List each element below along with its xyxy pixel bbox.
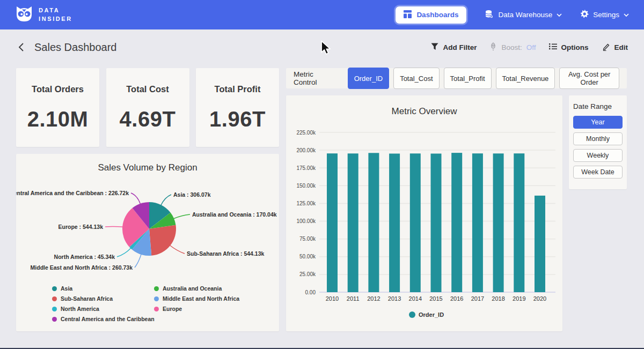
boost-rocket-icon [489,42,497,53]
metric-button-total-revenue[interactable]: Total_Revenue [496,68,555,89]
bar-chart: 225.00k200.00k175.00k150.00k125.00k100.0… [286,95,562,331]
metric-button-total-cost[interactable]: Total_Cost [393,68,439,89]
pie-slice-sub-saharan-africa[interactable] [149,225,176,256]
y-tick-label: 50.00k [299,254,316,259]
dashboards-button[interactable]: Dashboards [396,6,466,24]
x-tick-label: 2012 [367,295,380,302]
metric-control-label: Metric Control [294,70,336,86]
pie-chart-title: Sales Volume by Region [16,162,279,173]
date-range-button-year[interactable]: Year [573,116,623,129]
legend-label: Middle East and North Africa [163,295,239,302]
y-tick-label: 100.00k [296,218,316,224]
bar-2020[interactable] [535,196,545,292]
pie-leader-line-europe [105,227,123,227]
options-button[interactable]: Options [549,43,589,51]
legend-label: North America [61,306,99,312]
kpi-value: 1.96T [209,107,266,131]
bar-2015[interactable] [431,154,442,293]
options-list-icon [549,43,557,51]
brand-logo[interactable]: DATA INSIDER [15,5,72,25]
bar-2014[interactable] [410,153,421,292]
metric-button-total-profit[interactable]: Total_Profit [444,68,492,89]
bar-2011[interactable] [348,153,358,292]
y-tick-label: 25.00k [299,271,316,277]
y-tick-label: 125.00k [296,201,316,206]
pie-leader-line-middle-east-and-north-africa [135,254,141,268]
page-title: Sales Dashboard [34,41,116,54]
filter-funnel-icon [431,43,438,52]
date-range-button-monthly[interactable]: Monthly [573,132,623,145]
pie-label-europe: Europe : 544.13k [58,224,104,230]
legend-item-middle-east-and-north-africa[interactable]: Middle East and North Africa [154,295,239,302]
x-tick-label: 2016 [450,295,463,302]
kpi-label: Total Profit [215,84,261,94]
brand-name: DATA INSIDER [39,6,72,24]
date-range-button-weekly[interactable]: Weekly [573,149,623,162]
edit-label: Edit [614,43,628,51]
kpi-card-total-profit: Total Profit1.96T [196,68,279,147]
pie-chart: Asia : 306.07kAustralia and Oceania : 17… [16,178,279,285]
x-tick-label: 2019 [513,295,525,302]
back-button[interactable] [16,41,27,53]
bar-2017[interactable] [472,153,483,292]
bar-legend-dot [409,311,415,318]
pie-label-north-america: North America : 45.34k [54,254,115,260]
legend-item-sub-saharan-africa[interactable]: Sub-Saharan Africa [52,295,154,302]
x-tick-label: 2014 [409,295,422,302]
x-tick-label: 2020 [533,295,546,302]
date-range-panel: Date Range YearMonthlyWeeklyWeek Date [569,95,627,189]
metric-overview-card: Metric Overview 225.00k200.00k175.00k150… [286,95,562,331]
bar-2010[interactable] [327,153,338,292]
options-label: Options [561,43,589,51]
pie-label-sub-saharan-africa: Sub-Saharan Africa : 544.13k [187,250,264,257]
boost-toggle[interactable]: Boost: Off [489,42,536,53]
bar-2019[interactable] [514,153,524,292]
legend-label: Sub-Saharan Africa [61,295,113,302]
gear-icon [580,10,589,20]
pie-label-middle-east-and-north-africa: Middle East and North Africa : 260.73k [31,264,133,271]
bar-2012[interactable] [368,153,379,292]
boost-label: Boost: [501,43,522,51]
legend-item-north-america[interactable]: North America [52,306,154,312]
metric-button-order-id[interactable]: Order_ID [348,68,389,89]
top-navbar: DATA INSIDER Dashboards [0,0,644,29]
legend-dot [52,286,57,291]
bar-2013[interactable] [389,154,400,293]
top-nav-menu: Dashboards Data Warehouse [396,6,629,24]
legend-dot [52,317,57,322]
chevron-left-icon [17,42,26,52]
dashboard-toolbar: Sales Dashboard Add Filter Boost: Off [0,29,644,65]
boost-state: Off [526,43,536,51]
pie-leader-line-central-america-and-the-caribbean [131,193,141,204]
date-range-button-week-date[interactable]: Week Date [573,166,623,179]
pie-label-asia: Asia : 306.07k [173,191,211,198]
legend-dot [154,286,159,291]
y-tick-label: 0.00 [305,289,316,295]
data-warehouse-label: Data Warehouse [498,11,552,19]
legend-item-asia[interactable]: Asia [52,285,154,292]
legend-item-europe[interactable]: Europe [154,306,239,312]
legend-dot [52,296,57,301]
legend-item-central-america-and-the-caribbean[interactable]: Central America and the Caribbean [52,316,154,322]
bar-2016[interactable] [451,153,462,292]
pie-leader-line-asia [161,195,171,205]
bar-legend-label[interactable]: Order_ID [419,311,444,318]
metric-button-avg-cost-per-order[interactable]: Avg. Cost per Order [559,68,619,89]
x-tick-label: 2013 [388,295,401,302]
y-tick-label: 175.00k [296,165,316,171]
pie-legend: AsiaSub-Saharan AfricaNorth AmericaCentr… [52,285,239,322]
metric-buttons: Order_IDTotal_CostTotal_ProfitTotal_Reve… [348,68,619,89]
pie-leader-line-north-america [117,248,131,257]
chevron-down-icon [624,11,629,19]
owl-logo-icon [15,5,33,25]
y-tick-label: 75.00k [299,236,316,242]
edit-button[interactable]: Edit [602,42,628,53]
data-warehouse-menu[interactable]: Data Warehouse [485,10,562,20]
legend-label: Europe [163,306,182,312]
legend-item-australia-and-oceania[interactable]: Australia and Oceania [154,285,239,292]
bar-2018[interactable] [493,153,504,292]
add-filter-button[interactable]: Add Filter [431,43,477,52]
legend-dot [154,307,159,311]
settings-menu[interactable]: Settings [580,10,629,20]
kpi-value: 2.10M [27,107,89,131]
